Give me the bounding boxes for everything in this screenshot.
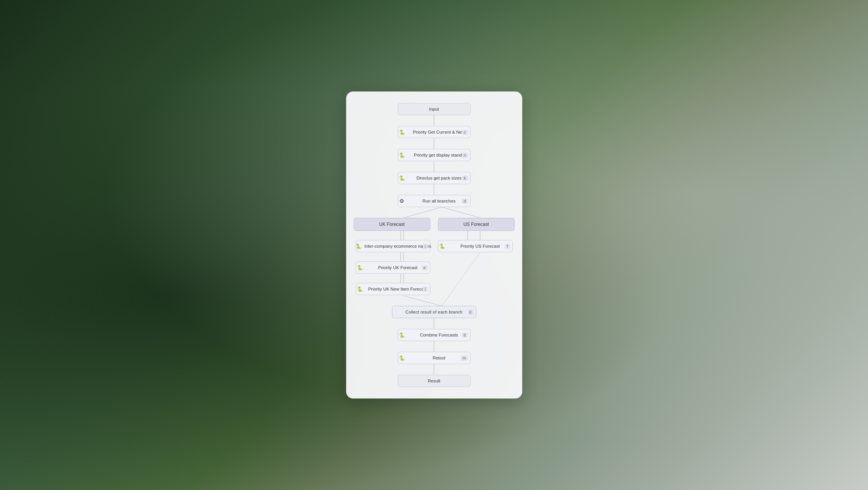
priority-uk-new-item-key: i [423,287,427,292]
run-all-branches-node[interactable]: ⚙ Run all branches d [398,195,471,207]
collect-result-label: Collect result of each branch [392,310,476,314]
node-row-3: 🐍 Direclus get pack sizes k [354,172,515,184]
result-node[interactable]: Result [398,375,471,387]
connector-4 [434,184,434,195]
combine-forecasts-node[interactable]: 🐍 Combine Forecasts b [398,329,471,341]
priority-uk-forecast-key: e [422,265,428,270]
collect-result-row: Collect result of each branch d [354,306,515,318]
priority-uk-forecast-label: Priority UK Forecast [366,265,430,270]
connector-6 [434,341,434,352]
python-icon-5: 🐍 [438,242,446,250]
priority-uk-new-item-node[interactable]: 🐍 Priority UK New Item Forecast i [356,283,430,295]
connector-2 [434,138,434,149]
python-icon-2: 🐍 [398,151,406,159]
python-icon-7: 🐍 [356,285,364,293]
priority-uk-new-item-label: Priority UK New Item Forecast [366,287,430,291]
node-row-5: 🐍 Combine Forecasts b [354,329,515,341]
priority-get-current-new-key: c [462,130,468,135]
direclus-get-pack-sizes-node[interactable]: 🐍 Direclus get pack sizes k [398,172,471,184]
fork-icon: ⚙ [398,197,406,205]
priority-uk-forecast-node[interactable]: 🐍 Priority UK Forecast e [356,261,430,274]
input-node[interactable]: Input [398,103,471,115]
python-icon-1: 🐍 [398,128,406,136]
input-row: Input [354,103,515,115]
direclus-get-pack-sizes-label: Direclus get pack sizes [408,176,470,180]
workflow-panel: Input 🐍 Priority Get Current & New c 🐍 P… [346,91,522,399]
direclus-get-pack-sizes-key: k [462,176,468,181]
combine-forecasts-key: b [462,333,468,338]
priority-us-forecast-key: f [505,244,510,249]
node-row-4: ⚙ Run all branches d [354,195,515,207]
priority-get-display-stands-key: n [462,153,468,158]
connector-5 [434,318,434,329]
python-icon-8: 🐍 [398,331,406,339]
priority-us-forecast-node[interactable]: 🐍 Priority US Forecast f [438,240,513,252]
run-all-branches-key: d [462,199,468,204]
python-icon-3: 🐍 [398,174,406,182]
collect-result-node[interactable]: Collect result of each branch d [392,306,476,318]
uk-forecast-header-label: UK Forecast [379,222,405,227]
result-label: Result [398,379,470,383]
python-icon-6: 🐍 [356,264,364,271]
result-row: Result [354,375,515,387]
connector-3 [434,161,434,172]
priority-get-display-stands-label: Priority get display stands [408,153,470,157]
retool-node[interactable]: 🐍 Retool m [398,352,471,364]
priority-get-display-stands-node[interactable]: 🐍 Priority get display stands n [398,149,471,161]
us-forecast-header[interactable]: US Forecast [438,218,515,231]
connector-1 [434,115,434,126]
branch-nodes-row1: 🐍 Inter-company ecommerce names i 🐍 Prio… [354,240,515,252]
collect-result-key: d [468,310,474,315]
branch-nodes-row2: 🐍 Priority UK Forecast e [354,261,515,274]
input-label: Input [398,107,470,111]
uk-forecast-header[interactable]: UK Forecast [354,218,430,231]
us-forecast-header-label: US Forecast [463,222,489,227]
priority-get-current-new-label: Priority Get Current & New [408,130,470,134]
inter-company-ecommerce-label: Inter-company ecommerce names [365,244,431,248]
inter-company-ecommerce-key: i [423,244,427,249]
node-row-1: 🐍 Priority Get Current & New c [354,126,515,138]
priority-get-current-new-node[interactable]: 🐍 Priority Get Current & New c [398,126,471,138]
branch-nodes-row3: 🐍 Priority UK New Item Forecast i [354,283,515,295]
inter-company-ecommerce-node[interactable]: 🐍 Inter-company ecommerce names i [356,240,430,252]
priority-us-forecast-label: Priority US Forecast [448,244,512,248]
python-icon-9: 🐍 [398,354,406,362]
combine-forecasts-label: Combine Forecasts [408,333,470,337]
branch-headers: UK Forecast US Forecast [354,218,515,231]
retool-key: m [461,356,468,361]
python-icon-4: 🐍 [355,242,362,250]
node-row-2: 🐍 Priority get display stands n [354,149,515,161]
branch-area: UK Forecast US Forecast 🐍 Inter-company … [354,207,515,306]
run-all-branches-label: Run all branches [408,199,470,203]
connector-7 [434,364,434,375]
node-row-6: 🐍 Retool m [354,352,515,364]
